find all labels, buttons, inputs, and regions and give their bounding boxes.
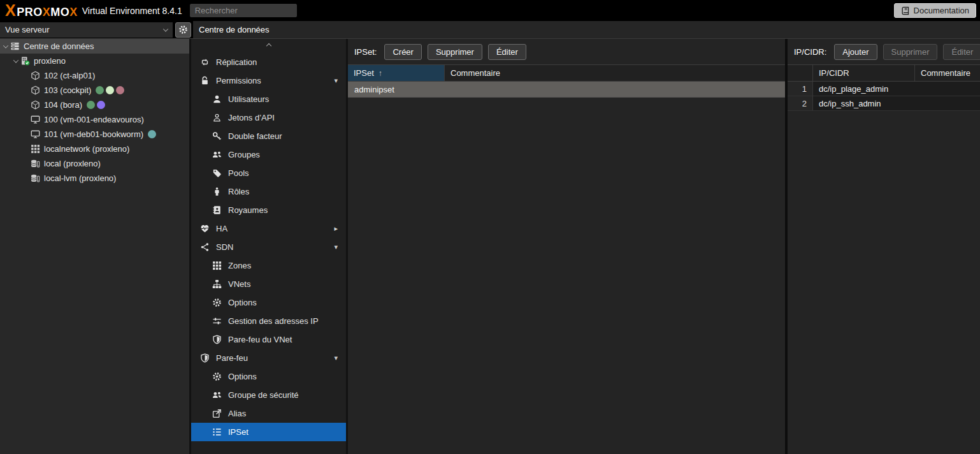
tree-item-vm-100[interactable]: 100 (vm-001-endeavouros) bbox=[0, 112, 189, 127]
edit-button[interactable]: Éditer bbox=[943, 44, 980, 60]
tree-item-label: 102 (ct-alp01) bbox=[44, 71, 95, 80]
monitor-icon bbox=[31, 115, 40, 124]
menu-item-replication[interactable]: Réplication bbox=[191, 53, 346, 71]
ipcidr-comment bbox=[915, 96, 980, 111]
tree-item-label: 103 (cockpit) bbox=[44, 85, 91, 95]
menu-item-ipset[interactable]: IPSet bbox=[191, 423, 346, 441]
tree-item-vm-101[interactable]: 101 (vm-deb01-bookworm) bbox=[0, 127, 189, 142]
menu-scroll-up[interactable] bbox=[191, 39, 346, 53]
menu-item-two-factor[interactable]: Double facteur bbox=[191, 127, 346, 145]
view-selector-dropdown[interactable]: Vue serveur bbox=[0, 22, 173, 38]
ipcidr-table-body: 1dc/ip_plage_admin2dc/ip_ssh_admin bbox=[788, 82, 980, 111]
tree-item-storage-local[interactable]: local (proxleno) bbox=[0, 156, 189, 171]
proxmox-wordmark: PROXMOX bbox=[17, 6, 78, 18]
tree-item-ct-102[interactable]: 102 (ct-alp01) bbox=[0, 68, 189, 83]
ipcidr-column-label: IP/CIDR bbox=[819, 68, 849, 78]
ipcidr-column-header[interactable]: IP/CIDR bbox=[813, 65, 915, 81]
tree-expander-icon[interactable] bbox=[11, 59, 20, 63]
users-icon bbox=[212, 150, 222, 159]
menu-item-label: Groupes bbox=[228, 150, 260, 159]
create-button[interactable]: Créer bbox=[384, 44, 422, 60]
row-number: 1 bbox=[788, 82, 813, 96]
tree-item-ct-103[interactable]: 103 (cockpit) bbox=[0, 83, 189, 98]
menu-item-zones[interactable]: Zones bbox=[191, 256, 346, 275]
gear-icon bbox=[178, 25, 188, 34]
menu-item-label: IPSet bbox=[228, 427, 249, 437]
ipcidr-row[interactable]: 2dc/ip_ssh_admin bbox=[788, 96, 980, 111]
menu-item-label: Royaumes bbox=[228, 205, 268, 215]
logo-letter: X bbox=[69, 6, 78, 18]
menu-item-firewall[interactable]: Pare-feu▾ bbox=[191, 349, 346, 367]
proxmox-app: X PROXMOX Virtual Environment 8.4.1 Docu… bbox=[0, 0, 980, 454]
menu-item-label: Pare-feu du VNet bbox=[228, 335, 292, 344]
comment-column-header[interactable]: Commentaire bbox=[445, 65, 785, 81]
menu-item-vnets[interactable]: VNets bbox=[191, 275, 346, 293]
menu-item-ipam[interactable]: Gestion des adresses IP bbox=[191, 312, 346, 330]
menu-item-label: Groupe de sécurité bbox=[228, 390, 299, 400]
tag-color-dots bbox=[96, 86, 124, 94]
tree-item-proxleno[interactable]: proxleno bbox=[0, 54, 189, 68]
ipset-column-label: IPSet bbox=[354, 68, 374, 78]
tag-dot bbox=[116, 86, 124, 94]
datacenter-menu: RéplicationPermissions▾UtilisateursJeton… bbox=[191, 39, 348, 454]
menu-item-firewall-options[interactable]: Options bbox=[191, 367, 346, 386]
menu-item-label: Options bbox=[228, 372, 257, 381]
node-icon bbox=[20, 56, 30, 66]
tree-item-label: 101 (vm-deb01-bookworm) bbox=[44, 129, 143, 139]
tree-item-label: local (proxleno) bbox=[44, 159, 101, 168]
add-button[interactable]: Ajouter bbox=[834, 44, 877, 60]
tree-item-ct-104[interactable]: 104 (bora) bbox=[0, 98, 189, 112]
tree-item-storage-local-lvm[interactable]: local-lvm (proxleno) bbox=[0, 171, 189, 186]
remove-button[interactable]: Supprimer bbox=[883, 44, 938, 60]
menu-item-security-group[interactable]: Groupe de sécurité bbox=[191, 386, 346, 404]
tree-expander-icon[interactable] bbox=[1, 45, 10, 48]
tree-item-datacenter[interactable]: Centre de données bbox=[0, 39, 189, 54]
menu-item-label: Double facteur bbox=[228, 131, 282, 141]
documentation-button[interactable]: Documentation bbox=[894, 3, 976, 18]
menu-item-alias[interactable]: Alias bbox=[191, 404, 346, 423]
menu-item-sdn-options[interactable]: Options bbox=[191, 293, 346, 312]
remove-button[interactable]: Supprimer bbox=[428, 44, 482, 60]
cube-icon bbox=[31, 100, 40, 110]
breadcrumb-bar: Centre de données bbox=[193, 21, 980, 38]
menu-item-pools[interactable]: Pools bbox=[191, 164, 346, 182]
external-link-icon bbox=[212, 409, 222, 418]
top-bar: X PROXMOX Virtual Environment 8.4.1 Docu… bbox=[0, 0, 980, 21]
edit-button[interactable]: Éditer bbox=[488, 44, 526, 60]
caret-down-icon: ▾ bbox=[334, 354, 338, 362]
ipcidr-row[interactable]: 1dc/ip_plage_admin bbox=[788, 82, 980, 96]
menu-item-ha[interactable]: HA▸ bbox=[191, 219, 346, 238]
tree-item-label: local-lvm (proxleno) bbox=[44, 173, 116, 183]
logo-letter: X bbox=[43, 6, 51, 18]
row-number-column-header bbox=[788, 65, 813, 81]
ipset-toolbar: IPSet: CréerSupprimerÉditer bbox=[348, 39, 785, 64]
menu-item-users[interactable]: Utilisateurs bbox=[191, 90, 346, 108]
search-input[interactable] bbox=[190, 4, 297, 17]
menu-item-permissions[interactable]: Permissions▾ bbox=[191, 71, 346, 90]
menu-item-sdn[interactable]: SDN▾ bbox=[191, 238, 346, 256]
menu-item-roles[interactable]: Rôles bbox=[191, 182, 346, 201]
tree-item-label: 100 (vm-001-endeavouros) bbox=[44, 115, 144, 124]
tree-settings-button[interactable] bbox=[175, 22, 191, 38]
menu-item-groups[interactable]: Groupes bbox=[191, 145, 346, 164]
menu-item-vnet-firewall[interactable]: Pare-feu du VNet bbox=[191, 330, 346, 349]
male-icon bbox=[212, 187, 222, 196]
logo-letter: PRO bbox=[17, 6, 43, 18]
menu-item-api-tokens[interactable]: Jetons d’API bbox=[191, 108, 346, 127]
server-icon bbox=[10, 41, 20, 51]
book-icon bbox=[901, 6, 910, 15]
tree-item-localnetwork[interactable]: localnetwork (proxleno) bbox=[0, 142, 189, 156]
ipset-row[interactable]: adminipset bbox=[348, 82, 785, 98]
heartbeat-icon bbox=[199, 224, 210, 233]
unlock-icon bbox=[199, 76, 210, 85]
caret-down-icon: ▾ bbox=[334, 77, 338, 85]
cube-icon bbox=[31, 85, 40, 95]
menu-item-label: VNets bbox=[228, 279, 250, 289]
ipset-column-header[interactable]: IPSet ↑ bbox=[348, 65, 445, 81]
shield-icon bbox=[212, 335, 222, 344]
menu-item-label: HA bbox=[216, 224, 227, 233]
ipset-panel: IPSet: CréerSupprimerÉditer IPSet ↑ Comm… bbox=[348, 39, 785, 454]
menu-item-realms[interactable]: Royaumes bbox=[191, 201, 346, 219]
monitor-icon bbox=[31, 129, 40, 139]
ipcidr-comment-column-header[interactable]: Commentaire bbox=[915, 65, 980, 81]
